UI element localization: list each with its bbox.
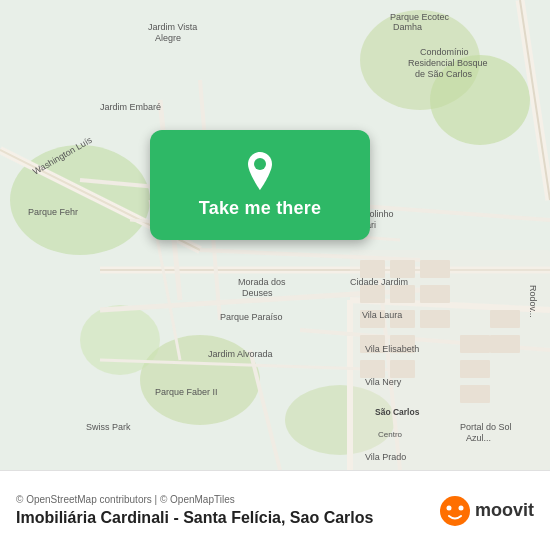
svg-point-80 [458, 505, 463, 510]
moovit-brand-label: moovit [475, 500, 534, 521]
svg-text:Parque Fehr: Parque Fehr [28, 207, 78, 217]
svg-rect-36 [420, 310, 450, 328]
svg-text:Vila Laura: Vila Laura [362, 310, 402, 320]
svg-text:Jardim Embaré: Jardim Embaré [100, 102, 161, 112]
svg-text:Residencial Bosque: Residencial Bosque [408, 58, 488, 68]
svg-point-78 [440, 496, 470, 526]
take-me-there-button[interactable]: Take me there [199, 198, 321, 219]
svg-text:Portal do Sol: Portal do Sol [460, 422, 512, 432]
map-view: Parque Ecotec Damha Condomínio Residenci… [0, 0, 550, 470]
svg-rect-41 [460, 335, 490, 353]
svg-text:Centro: Centro [378, 430, 403, 439]
svg-text:Vila Prado: Vila Prado [365, 452, 406, 462]
svg-text:Morada dos: Morada dos [238, 277, 286, 287]
svg-text:Rodov...: Rodov... [528, 285, 538, 318]
moovit-logo: moovit [439, 495, 534, 527]
svg-point-79 [446, 505, 451, 510]
svg-rect-28 [360, 260, 385, 278]
svg-text:Vila Elisabeth: Vila Elisabeth [365, 344, 419, 354]
svg-rect-44 [490, 310, 520, 328]
take-me-there-card[interactable]: Take me there [150, 130, 370, 240]
svg-rect-29 [390, 260, 415, 278]
moovit-icon [439, 495, 471, 527]
svg-text:Jardim Alvorada: Jardim Alvorada [208, 349, 273, 359]
location-pin-icon [244, 152, 276, 190]
svg-text:Parque Paraíso: Parque Paraíso [220, 312, 283, 322]
bottom-bar: © OpenStreetMap contributors | © OpenMap… [0, 470, 550, 550]
svg-text:Jardim Vista: Jardim Vista [148, 22, 197, 32]
svg-point-77 [254, 158, 266, 170]
svg-text:Condomínio: Condomínio [420, 47, 469, 57]
svg-rect-45 [490, 335, 520, 353]
location-info: © OpenStreetMap contributors | © OpenMap… [16, 494, 439, 527]
map-attribution: © OpenStreetMap contributors | © OpenMap… [16, 494, 439, 505]
svg-text:Swiss Park: Swiss Park [86, 422, 131, 432]
svg-text:São Carlos: São Carlos [375, 407, 420, 417]
svg-text:Cidade Jardim: Cidade Jardim [350, 277, 408, 287]
svg-rect-32 [390, 285, 415, 303]
svg-text:Parque Ecotec: Parque Ecotec [390, 12, 450, 22]
svg-text:Azul...: Azul... [466, 433, 491, 443]
svg-rect-42 [460, 360, 490, 378]
svg-text:Alegre: Alegre [155, 33, 181, 43]
svg-rect-39 [360, 360, 385, 378]
svg-text:Damha: Damha [393, 22, 422, 32]
svg-text:Deuses: Deuses [242, 288, 273, 298]
svg-rect-31 [360, 285, 385, 303]
svg-rect-40 [390, 360, 415, 378]
svg-rect-43 [460, 385, 490, 403]
svg-point-5 [80, 305, 160, 375]
svg-text:Vila Nery: Vila Nery [365, 377, 402, 387]
svg-text:Parque Faber II: Parque Faber II [155, 387, 218, 397]
location-name: Imobiliária Cardinali - Santa Felícia, S… [16, 509, 439, 527]
svg-rect-33 [420, 285, 450, 303]
svg-text:de São Carlos: de São Carlos [415, 69, 473, 79]
svg-rect-30 [420, 260, 450, 278]
